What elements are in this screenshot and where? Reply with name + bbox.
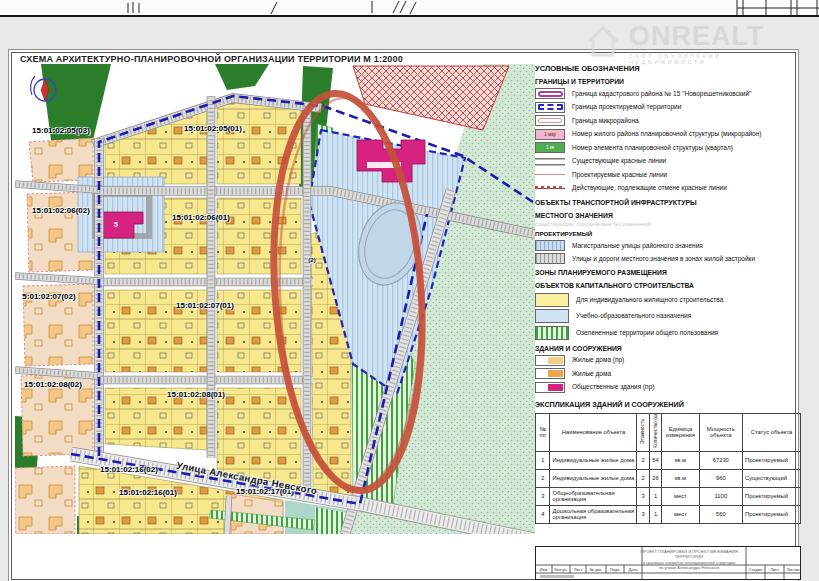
legend-item: Проектируемые красные линии [535, 169, 801, 180]
legend-item: Улицы и дороги местного значения в зонах… [535, 253, 801, 264]
legend-heading: ПРОЕКТИРУЕМЫЙ [535, 230, 801, 237]
legend-item-label: Озелененные территории общего пользовани… [576, 329, 718, 337]
stamp-right-label: Стадия [746, 567, 765, 572]
table-cell: кв.м [662, 451, 699, 469]
legend-swatch-border-red [535, 115, 565, 126]
table-cell: Общеобразовательная организация [550, 487, 637, 505]
cadastral-label: 15:01:02:07(01) [176, 301, 234, 310]
table-cell: кв.м [662, 469, 699, 487]
legend-item-label: Граница проектируемой территории [572, 103, 681, 111]
table-cell: 26 [649, 469, 661, 487]
legend-item: Граница микрорайона [535, 115, 801, 126]
stamp-col-label: Изм. [536, 567, 552, 572]
stamp-col-label: Кол.уч. [552, 567, 570, 572]
legend-swatch-hatch-gray [535, 253, 565, 264]
table-cell: Индивидуальные жилые дома [550, 469, 637, 487]
table-cell: 3 [637, 505, 649, 523]
explication-col-header: Этажность [637, 413, 649, 451]
legend-item: Граница кадастрового района № 15 "Новоре… [535, 88, 801, 99]
explication-col-header: Единица измерения [662, 413, 699, 451]
legend-swatch-bld-tan [535, 355, 565, 366]
title-block: ПРОЕКТ ПЛАНИРОВКИ И ПРОЕКТ МЕЖЕВАНИЯ ТЕР… [535, 546, 801, 580]
cadastral-label: 15:01:02:06(01) [172, 213, 230, 222]
legend-swatch-border-blue [535, 102, 565, 113]
cadastral-label: 15:01:02:06(02) [32, 206, 90, 215]
legend-item-label: Граница кадастрового района № 15 "Новоре… [572, 90, 751, 98]
legend-item-label: Проектируемые красные линии [572, 171, 667, 179]
legend-item-label: Граница микрорайона [572, 117, 639, 125]
table-cell: 54 [649, 451, 661, 469]
legend-item-label: Учебно-образовательного назначения [576, 312, 691, 320]
table-row: 2Индивидуальные жилые дома226кв.м960Суще… [536, 469, 801, 487]
legend-swatch-fill-blue [535, 309, 569, 323]
map-overlay: 15:01:02:05(03)15:01:02:05(01)15:01:02:0… [15, 64, 535, 534]
watermark-brand: ONREALT [629, 23, 798, 50]
legend-swatch-border-purple [535, 88, 565, 99]
legend-heading: ЗДАНИЯ И СООРУЖЕНИЯ [535, 345, 801, 353]
legend-item-label: Улицы и дороги местного значения в зонах… [572, 255, 755, 263]
table-cell: 2 [637, 451, 649, 469]
legend-heading: УСЛОВНЫЕ ОБОЗНАЧЕНИЯ [535, 64, 801, 73]
table-cell: 2 [536, 469, 550, 487]
legend-item-label: Существующие красные линии [572, 157, 666, 165]
table-cell: Индивидуальные жилые дома [550, 451, 637, 469]
cadastral-label: 15:01:02:05(01) [184, 124, 242, 133]
legend-blocks: УСЛОВНЫЕ ОБОЗНАЧЕНИЯГРАНИЦЫ И ТЕРРИТОРИИ… [535, 64, 801, 393]
explication-title: ЭКСПЛИКАЦИЯ ЗДАНИЙ И СООРУЖЕНИЙ [535, 400, 801, 409]
cadastral-label: 5 [114, 221, 118, 228]
table-cell: 3 [536, 487, 550, 505]
legend-item: Действующие, подлежащие отмене красные л… [535, 183, 801, 194]
stamp-right-label: Листов [784, 567, 801, 572]
stamp-col-label: Лист [570, 567, 586, 572]
legend-item: Граница проектируемой территории [535, 102, 801, 113]
legend-item: Общественные здания (пр) [535, 382, 801, 393]
table-row: 3Общеобразовательная организация31мест11… [536, 487, 801, 505]
legend-heading: существующие, сохраняемые без изменений [535, 221, 801, 227]
legend-item-label: Жилые дома [572, 370, 611, 378]
legend-heading: ЗОНЫ ПЛАНИРУЕМОГО РАЗМЕЩЕНИЯ [535, 269, 801, 277]
cadastral-label: 15:01:02:16(01) [119, 488, 177, 497]
drawing-sheet: СХЕМА АРХИТЕКТУРНО-ПЛАНИРОВОЧНОЙ ОРГАНИЗ… [8, 49, 799, 581]
legend-swatch-num-green: 1 кв [535, 142, 565, 153]
legend-item-label: Номер жилого района планировочной структ… [572, 130, 762, 138]
table-cell: 1 [649, 505, 661, 523]
stamp-col-label: Подп. [606, 567, 624, 572]
legend-item: 1 мкрНомер жилого района планировочной с… [535, 129, 801, 140]
explication-table: № ппНаименование объектаЭтажностьКоличес… [535, 413, 801, 524]
stamp-col-label: Дата [624, 567, 642, 572]
legend-item: Существующие красные линии [535, 156, 801, 167]
table-cell: 3 [637, 487, 649, 505]
legend-heading: МЕСТНОГО ЗНАЧЕНИЯ [535, 212, 801, 220]
legend-item-label: Жилые дома (пр) [572, 356, 624, 364]
legend-item: Озелененные территории общего пользовани… [535, 326, 801, 340]
explication-header: № ппНаименование объектаЭтажностьКоличес… [536, 413, 801, 451]
legend-swatch-bld-magenta [535, 382, 565, 393]
scan-top-strip [0, 0, 819, 17]
table-cell: 4 [536, 505, 550, 523]
table-row: 4Дошкольная образовательная организация3… [536, 505, 801, 523]
legend-swatch-line-double [535, 156, 565, 167]
plan-map: 15:01:02:05(03)15:01:02:05(01)15:01:02:0… [15, 64, 535, 534]
legend-item: Жилые дома (пр) [535, 355, 801, 366]
legend-item-label: Магистральные улицы районного значения [572, 242, 703, 250]
table-cell: Проектируемый [743, 451, 801, 469]
scan-artifacts [0, 0, 819, 15]
legend-heading: ГРАНИЦЫ И ТЕРРИТОРИИ [535, 78, 801, 86]
explication-col-header: Наименование объекта [550, 413, 637, 451]
table-cell: Проектируемый [743, 487, 801, 505]
stamp-project-title: ПРОЕКТ ПЛАНИРОВКИ И ПРОЕКТ МЕЖЕВАНИЯ ТЕР… [634, 549, 744, 565]
table-cell: 1 [649, 487, 661, 505]
legend-item: Магистральные улицы районного значения [535, 240, 801, 251]
stamp-smudge [540, 575, 574, 578]
legend-heading: ОБЪЕКТОВ КАПИТАЛЬНОГО СТРОИТЕЛЬСТВА [535, 282, 801, 290]
explication-col-header: Количество (шт) [649, 413, 661, 451]
table-cell: Дошкольная образовательная организация [550, 505, 637, 523]
stamp-col-label: № док. [586, 567, 606, 572]
table-cell: мест [662, 505, 699, 523]
legend-swatch-line-cancel [535, 183, 565, 194]
legend-swatch-fill-yellow [535, 293, 569, 307]
table-row: 1Индивидуальные жилые дома254кв.м67230Пр… [536, 451, 801, 469]
legend-item-label: Номер элемента планировочной структуры (… [572, 144, 733, 152]
table-cell: 1 [536, 451, 550, 469]
table-cell: 960 [699, 469, 742, 487]
